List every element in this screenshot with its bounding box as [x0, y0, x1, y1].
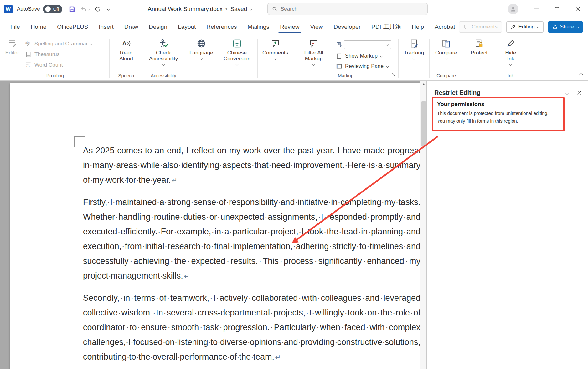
redo-button[interactable] — [95, 6, 101, 12]
undo-button[interactable] — [80, 6, 90, 12]
group-label-markup: Markup — [294, 73, 397, 78]
tab-view[interactable]: View — [305, 18, 328, 36]
close-button[interactable] — [567, 0, 588, 18]
tab-references[interactable]: References — [201, 18, 242, 36]
tab-pdf-tools[interactable]: PDF工具箱 — [366, 18, 406, 36]
document-paragraph[interactable]: Secondly, in terms of teamwork, I active… — [83, 291, 420, 365]
chevron-down-icon — [380, 55, 383, 57]
autosave-label: AutoSave — [17, 6, 40, 12]
chevron-down-icon — [90, 42, 93, 45]
tab-home[interactable]: Home — [25, 18, 52, 36]
autosave-control: AutoSave Off — [17, 5, 62, 13]
ribbon-right-actions: Comments Editing Share — [459, 18, 583, 36]
document-paragraph[interactable]: As 2025 comes to an end, I reflect on my… — [83, 143, 420, 188]
search-bar[interactable] — [267, 3, 428, 15]
undo-icon — [80, 6, 87, 12]
document-title-menu[interactable]: Annual Work Summary.docx • Saved — [148, 6, 252, 13]
tab-insert[interactable]: Insert — [93, 18, 119, 36]
editor-button[interactable]: Editor — [2, 37, 23, 56]
scroll-up-button[interactable] — [420, 81, 426, 88]
word-count-button[interactable]: 123 Word Count — [23, 61, 95, 69]
group-label-accessibility: Accessibility — [144, 73, 183, 78]
group-ink: Hide Ink Ink — [496, 37, 525, 80]
tab-review[interactable]: Review — [275, 18, 305, 36]
customize-toolbar-button[interactable] — [106, 7, 111, 12]
display-for-review-control — [333, 39, 394, 50]
chinese-conversion-button[interactable]: Chinese Conversion — [222, 37, 252, 66]
tab-acrobat[interactable]: Acrobat — [429, 18, 460, 36]
protect-button[interactable]: Protect — [471, 37, 487, 60]
panel-title: Restrict Editing — [434, 89, 557, 96]
panel-header: Restrict Editing — [427, 81, 588, 96]
group-separator — [463, 39, 463, 78]
group-markup: Filter All Markup Show Markup Reviewing … — [294, 37, 397, 80]
tab-draw[interactable]: Draw — [119, 18, 143, 36]
filter-all-markup-button[interactable]: Filter All Markup — [294, 37, 333, 66]
group-separator — [257, 39, 258, 78]
chevron-down-icon — [162, 63, 165, 66]
panel-collapse-button[interactable] — [566, 92, 568, 94]
tab-file[interactable]: File — [5, 18, 25, 36]
read-aloud-button[interactable]: A Read Aloud — [117, 37, 136, 62]
show-markup-icon — [336, 53, 342, 59]
document-body-text[interactable]: As 2025 comes to an end, I reflect on my… — [83, 143, 420, 369]
group-label-proofing: Proofing — [2, 73, 108, 78]
tab-developer[interactable]: Developer — [328, 18, 366, 36]
markup-dialog-launcher[interactable] — [391, 73, 396, 79]
account-avatar[interactable] — [508, 4, 518, 14]
read-aloud-icon: A — [121, 38, 131, 49]
tab-help[interactable]: Help — [406, 18, 429, 36]
spelling-grammar-button[interactable]: abc Spelling and Grammar — [23, 39, 95, 48]
comments-button[interactable]: Comments — [459, 21, 502, 33]
ribbon-tab-bar: File Home OfficePLUS Insert Draw Design … — [0, 18, 588, 36]
tab-layout[interactable]: Layout — [173, 18, 201, 36]
new-comment-button[interactable]: Comments — [262, 37, 288, 60]
group-tracking: Tracking — [400, 37, 428, 80]
collapse-ribbon-button[interactable] — [580, 72, 582, 77]
document-page[interactable]: As 2025 comes to an end, I reflect on my… — [10, 83, 420, 369]
language-button[interactable]: Language — [189, 37, 213, 60]
tab-mailings[interactable]: Mailings — [242, 18, 275, 36]
save-button[interactable] — [69, 6, 75, 13]
tab-officeplus[interactable]: OfficePLUS — [52, 18, 93, 36]
panel-close-button[interactable] — [577, 90, 582, 95]
scroll-up-arrow-icon — [422, 83, 425, 85]
person-icon — [510, 6, 516, 12]
search-input[interactable] — [281, 6, 423, 12]
thesaurus-button[interactable]: Thesaurus — [23, 50, 95, 59]
document-paragraph[interactable]: Firstly, I maintained a strong sense of … — [83, 195, 420, 284]
title-bar: W AutoSave Off Annual Work Summary.docx … — [0, 0, 588, 18]
titlebar-right-controls — [508, 0, 588, 18]
maximize-button[interactable] — [547, 0, 567, 18]
check-accessibility-button[interactable]: Check Accessibility — [148, 37, 179, 66]
show-markup-button[interactable]: Show Markup — [333, 52, 394, 60]
vertical-scrollbar[interactable] — [420, 81, 426, 369]
group-compare: Compare Compare — [431, 37, 462, 80]
reviewing-pane-button[interactable]: Reviewing Pane — [333, 62, 394, 70]
svg-text:123: 123 — [26, 65, 30, 68]
scrollbar-thumb[interactable] — [421, 101, 426, 146]
read-aloud-label: Read Aloud — [117, 50, 136, 62]
compare-label: Compare — [435, 50, 457, 56]
group-language: Language Chinese Conversion — [185, 37, 256, 80]
quick-access-toolbar — [69, 6, 111, 13]
group-separator — [398, 39, 399, 78]
spelling-abc-icon: abc — [25, 40, 32, 47]
tracking-label: Tracking — [404, 50, 424, 56]
group-separator — [109, 39, 110, 78]
word-app-icon[interactable]: W — [4, 5, 13, 13]
spelling-grammar-label: Spelling and Grammar — [34, 41, 88, 47]
tracking-button[interactable]: Tracking — [404, 37, 424, 60]
editing-mode-button[interactable]: Editing — [506, 21, 544, 33]
autosave-toggle[interactable]: Off — [43, 5, 62, 13]
close-icon — [577, 90, 582, 95]
tab-design[interactable]: Design — [143, 18, 173, 36]
display-for-review-combobox[interactable] — [344, 40, 391, 49]
compare-button[interactable]: Compare — [435, 37, 457, 60]
hide-ink-button[interactable]: Hide Ink — [501, 37, 520, 66]
minimize-button[interactable] — [526, 0, 547, 18]
share-button[interactable]: Share — [548, 21, 583, 33]
comment-bubble-icon — [463, 24, 469, 30]
reviewing-pane-icon — [336, 63, 342, 69]
chevron-down-icon — [386, 65, 389, 68]
